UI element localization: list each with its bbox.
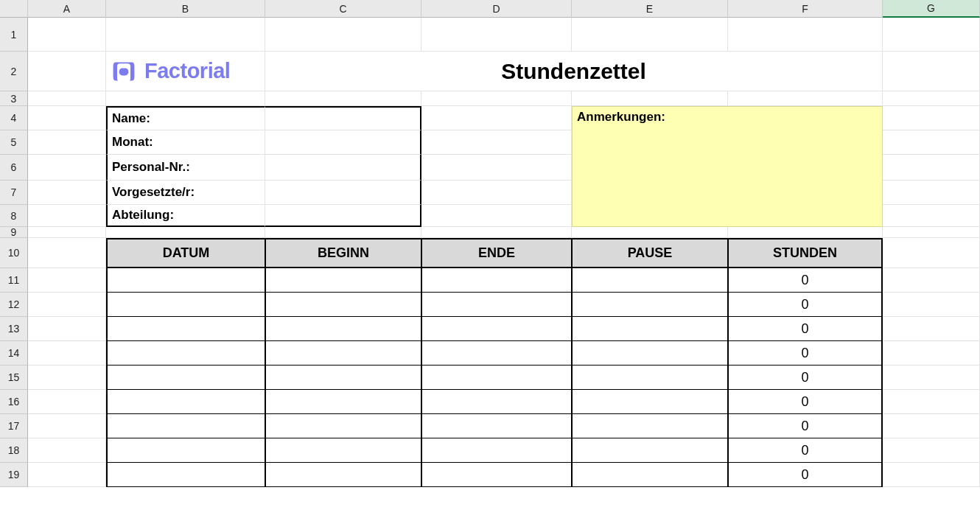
cell[interactable] (572, 18, 728, 52)
row-header-1[interactable]: 1 (0, 18, 28, 52)
cell[interactable] (28, 106, 106, 130)
table-header-pause[interactable]: PAUSE (572, 238, 728, 268)
cell[interactable] (106, 18, 265, 52)
cell[interactable] (883, 155, 980, 181)
cell[interactable] (883, 106, 980, 130)
cell[interactable] (28, 130, 106, 155)
column-header-G[interactable]: G (883, 0, 980, 18)
cell[interactable] (106, 91, 265, 106)
cell[interactable] (883, 227, 980, 238)
cell[interactable] (421, 18, 572, 52)
cell[interactable] (28, 227, 106, 238)
row-header-3[interactable]: 3 (0, 91, 28, 106)
table-cell-begin[interactable] (265, 390, 421, 414)
cell[interactable] (28, 238, 106, 268)
cell[interactable] (883, 390, 980, 414)
table-cell-date[interactable] (106, 293, 265, 317)
cell[interactable] (883, 205, 980, 227)
cell[interactable] (28, 18, 106, 52)
cell[interactable] (421, 130, 572, 155)
table-cell-pause[interactable] (572, 293, 728, 317)
table-header-hours[interactable]: STUNDEN (728, 238, 883, 268)
row-header-2[interactable]: 2 (0, 52, 28, 91)
table-cell-pause[interactable] (572, 366, 728, 390)
table-cell-hours[interactable]: 0 (728, 317, 883, 341)
table-cell-hours[interactable]: 0 (728, 341, 883, 366)
column-header-E[interactable]: E (572, 0, 728, 18)
cell[interactable] (728, 18, 883, 52)
table-cell-begin[interactable] (265, 293, 421, 317)
cell[interactable] (883, 317, 980, 341)
cell[interactable] (728, 227, 883, 238)
table-cell-end[interactable] (421, 268, 572, 293)
cell[interactable] (28, 438, 106, 463)
cell[interactable] (421, 106, 572, 130)
table-cell-date[interactable] (106, 341, 265, 366)
cell[interactable] (883, 238, 980, 268)
row-header-10[interactable]: 10 (0, 238, 28, 268)
cell[interactable] (421, 91, 572, 106)
cell[interactable] (883, 181, 980, 205)
table-cell-end[interactable] (421, 414, 572, 438)
row-header-18[interactable]: 18 (0, 438, 28, 463)
cell[interactable] (883, 463, 980, 487)
row-header-11[interactable]: 11 (0, 268, 28, 293)
row-header-12[interactable]: 12 (0, 293, 28, 317)
cell[interactable] (28, 463, 106, 487)
row-header-7[interactable]: 7 (0, 181, 28, 205)
cell[interactable] (28, 52, 106, 91)
row-header-14[interactable]: 14 (0, 341, 28, 366)
cell[interactable] (421, 205, 572, 227)
info-value-personal[interactable] (265, 155, 421, 181)
table-cell-begin[interactable] (265, 268, 421, 293)
info-value-department[interactable] (265, 205, 421, 227)
table-cell-hours[interactable]: 0 (728, 438, 883, 463)
info-value-supervisor[interactable] (265, 181, 421, 205)
cell[interactable] (883, 268, 980, 293)
table-cell-date[interactable] (106, 366, 265, 390)
cell[interactable] (883, 414, 980, 438)
cell[interactable] (883, 366, 980, 390)
row-header-4[interactable]: 4 (0, 106, 28, 130)
row-header-5[interactable]: 5 (0, 130, 28, 155)
cell[interactable] (883, 52, 980, 91)
cell[interactable] (883, 130, 980, 155)
cell[interactable] (883, 18, 980, 52)
table-cell-hours[interactable]: 0 (728, 463, 883, 487)
cell[interactable] (883, 91, 980, 106)
cell[interactable] (421, 227, 572, 238)
row-header-16[interactable]: 16 (0, 390, 28, 414)
cell[interactable] (106, 227, 265, 238)
cell[interactable] (28, 205, 106, 227)
column-header-A[interactable]: A (28, 0, 106, 18)
cell[interactable] (265, 18, 421, 52)
table-cell-hours[interactable]: 0 (728, 366, 883, 390)
cell[interactable] (28, 317, 106, 341)
table-cell-pause[interactable] (572, 414, 728, 438)
table-cell-end[interactable] (421, 317, 572, 341)
table-cell-end[interactable] (421, 341, 572, 366)
row-header-6[interactable]: 6 (0, 155, 28, 181)
table-cell-pause[interactable] (572, 317, 728, 341)
table-cell-hours[interactable]: 0 (728, 268, 883, 293)
cell[interactable] (28, 293, 106, 317)
table-cell-date[interactable] (106, 268, 265, 293)
cell[interactable] (28, 268, 106, 293)
column-header-F[interactable]: F (728, 0, 883, 18)
cell[interactable] (421, 181, 572, 205)
cell[interactable] (883, 341, 980, 366)
table-cell-begin[interactable] (265, 341, 421, 366)
table-cell-date[interactable] (106, 463, 265, 487)
table-cell-date[interactable] (106, 438, 265, 463)
table-header-date[interactable]: DATUM (106, 238, 265, 268)
table-cell-date[interactable] (106, 317, 265, 341)
notes-box[interactable]: Anmerkungen: (572, 106, 883, 227)
cell[interactable] (28, 155, 106, 181)
column-header-D[interactable]: D (421, 0, 572, 18)
table-cell-pause[interactable] (572, 390, 728, 414)
cell[interactable] (28, 181, 106, 205)
cell[interactable] (28, 91, 106, 106)
cell[interactable] (265, 91, 421, 106)
table-cell-end[interactable] (421, 293, 572, 317)
table-cell-hours[interactable]: 0 (728, 293, 883, 317)
